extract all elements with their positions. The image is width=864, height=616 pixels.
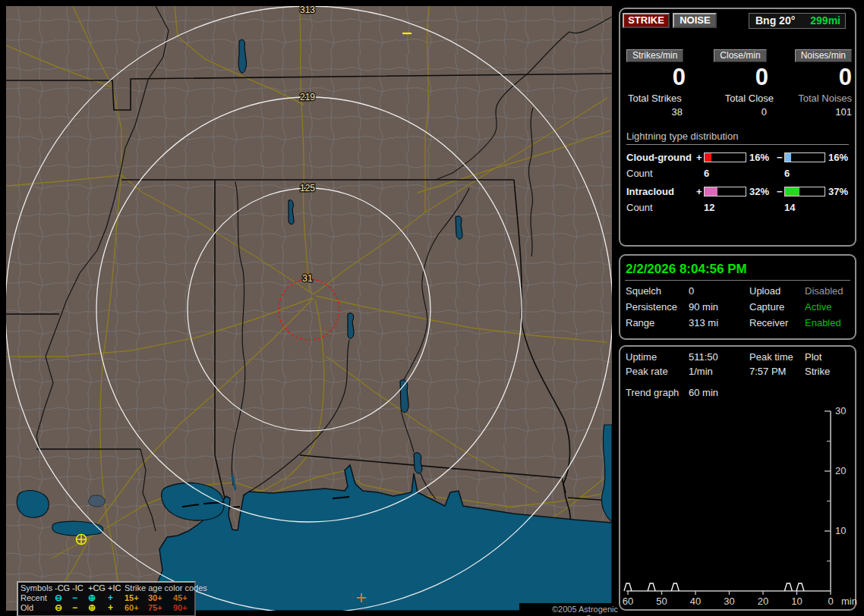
trend-peak bbox=[796, 583, 804, 591]
intracloud-label: Intracloud bbox=[626, 186, 696, 197]
cg-negative-bar bbox=[784, 152, 825, 162]
strikes-per-min-button[interactable]: Strikes/min bbox=[626, 49, 683, 62]
plot-label: Plot bbox=[805, 351, 855, 363]
svg-text:10: 10 bbox=[791, 596, 802, 607]
receiver-status-panel: 2/2/2026 8:04:56 PM Squelch 0 Upload Dis… bbox=[619, 254, 856, 340]
cg-negative-count: 6 bbox=[784, 168, 849, 179]
svg-text:40: 40 bbox=[690, 596, 701, 607]
capture-label: Capture bbox=[749, 301, 805, 313]
peak-rate-value: 1/min bbox=[689, 366, 749, 377]
cg-positive-count: 6 bbox=[696, 168, 784, 179]
upload-label: Upload bbox=[749, 285, 805, 297]
noises-per-min-value: 0 bbox=[839, 64, 852, 91]
strikes-per-min-value: 0 bbox=[673, 64, 700, 91]
ic-negative-bar bbox=[784, 187, 825, 196]
old-positive-cg-strike bbox=[76, 534, 87, 545]
svg-text:50: 50 bbox=[656, 596, 667, 607]
receiver-status: Enabled bbox=[805, 317, 855, 328]
upload-status: Disabled bbox=[805, 285, 855, 297]
age-90: 90+ bbox=[173, 603, 196, 613]
ring-label-125: 125 bbox=[300, 183, 315, 193]
squelch-label: Squelch bbox=[626, 285, 689, 297]
distribution-title: Lightning type distribution bbox=[626, 130, 849, 145]
age-15: 15+ bbox=[125, 593, 148, 603]
nexstorm-app-window: 313 219 125 31 Symbols -CG -IC +CG +IC S… bbox=[0, 0, 864, 616]
ic-negative-pct: 37% bbox=[825, 186, 852, 197]
range-label: Range bbox=[626, 317, 689, 328]
ring-label-313: 313 bbox=[300, 6, 315, 15]
range-value: 299mi bbox=[810, 14, 840, 28]
count-label: Count bbox=[626, 202, 696, 213]
bearing-range-readout: Bng 20° 299mi bbox=[749, 13, 846, 29]
minus-sign: − bbox=[777, 152, 784, 163]
age-60: 60+ bbox=[125, 603, 148, 613]
count-label: Count bbox=[626, 168, 696, 179]
capture-status: Active bbox=[805, 301, 855, 313]
svg-text:20: 20 bbox=[835, 465, 846, 476]
cloud-ground-count-row: Count 6 6 bbox=[626, 168, 849, 179]
legend-age-header: Strike age color codes bbox=[125, 583, 196, 593]
trend-peak bbox=[624, 583, 632, 591]
svg-text:30: 30 bbox=[835, 405, 846, 416]
svg-text:30: 30 bbox=[724, 596, 734, 607]
ic-positive-bar bbox=[704, 187, 746, 196]
noises-per-min-button[interactable]: Noises/min bbox=[795, 49, 852, 62]
legend-symbols-header: Symbols bbox=[20, 583, 55, 593]
bearing-value: Bng 20° bbox=[755, 14, 795, 27]
trend-axes bbox=[626, 411, 831, 591]
total-strikes-label: Total Strikes bbox=[626, 93, 682, 104]
cloud-ground-label: Cloud-ground bbox=[626, 152, 696, 163]
intracloud-row: Intracloud + 32% − 37% bbox=[626, 185, 849, 197]
old-pos-cg-icon: ⊕ bbox=[88, 603, 108, 613]
peak-time-label: Peak time bbox=[749, 351, 805, 363]
peak-time-value: 7:57 PM bbox=[749, 366, 805, 377]
svg-text:10: 10 bbox=[835, 525, 846, 536]
ic-positive-pct: 32% bbox=[746, 186, 777, 197]
trend-peak bbox=[671, 583, 679, 591]
total-noises-label: Total Noises bbox=[798, 93, 852, 104]
svg-text:0: 0 bbox=[828, 596, 833, 607]
squelch-value: 0 bbox=[689, 285, 749, 297]
total-close-label: Total Close bbox=[725, 93, 780, 104]
old-pos-ic-icon: + bbox=[108, 603, 125, 613]
plus-sign: + bbox=[696, 186, 704, 197]
age-75: 75+ bbox=[148, 603, 173, 613]
old-neg-cg-icon: ⊖ bbox=[55, 603, 72, 613]
close-per-min-value: 0 bbox=[755, 64, 780, 91]
trend-graph: 6050403020100min102030 bbox=[620, 404, 858, 608]
datetime-readout: 2/2/2026 8:04:56 PM bbox=[626, 262, 855, 277]
age-30: 30+ bbox=[148, 593, 173, 603]
trend-panel: Uptime 511:50 Peak time Plot Peak rate 1… bbox=[619, 345, 856, 611]
persistence-label: Persistence bbox=[626, 301, 689, 313]
ring-label-219: 219 bbox=[300, 92, 315, 102]
cg-positive-pct: 16% bbox=[746, 152, 777, 163]
uptime-value: 511:50 bbox=[689, 351, 749, 363]
plot-mode-value: Strike bbox=[805, 366, 855, 377]
legend-old-label: Old bbox=[20, 603, 55, 613]
peak-rate-label: Peak rate bbox=[626, 366, 689, 377]
total-noises-value: 101 bbox=[835, 106, 852, 118]
total-strikes-value: 38 bbox=[672, 106, 700, 118]
total-close-value: 0 bbox=[762, 106, 780, 118]
svg-text:20: 20 bbox=[758, 596, 768, 607]
lightning-map[interactable]: 313 219 125 31 Symbols -CG -IC +CG +IC S… bbox=[6, 6, 612, 611]
cg-negative-pct: 16% bbox=[825, 152, 852, 163]
ic-positive-count: 12 bbox=[696, 202, 784, 213]
close-per-min-button[interactable]: Close/min bbox=[714, 49, 766, 62]
receiver-label: Receiver bbox=[749, 317, 805, 328]
trend-peak bbox=[784, 583, 792, 591]
cloud-ground-row: Cloud-ground + 16% − 16% bbox=[626, 151, 849, 163]
old-neg-ic-icon: − bbox=[72, 603, 88, 613]
intracloud-count-row: Count 12 14 bbox=[626, 202, 849, 213]
cg-positive-bar bbox=[704, 152, 746, 162]
map-canvas[interactable]: 313 219 125 31 bbox=[6, 6, 612, 611]
age-45: 45+ bbox=[173, 593, 196, 603]
svg-text:60: 60 bbox=[623, 596, 633, 607]
persistence-value: 90 min bbox=[689, 301, 749, 313]
trend-graph-label: Trend graph bbox=[626, 387, 689, 398]
trend-window-value: 60 min bbox=[689, 387, 855, 398]
strike-toggle-button[interactable]: STRIKE bbox=[623, 13, 670, 28]
svg-text:min: min bbox=[841, 596, 857, 607]
noise-toggle-button[interactable]: NOISE bbox=[673, 13, 717, 28]
ic-negative-count: 14 bbox=[784, 202, 849, 213]
